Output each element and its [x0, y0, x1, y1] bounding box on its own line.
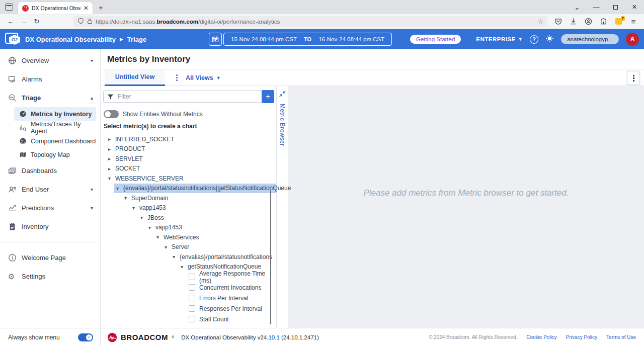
tree-row[interactable]: ▾{envalias}/portal/statusnotifications|g…: [103, 184, 276, 194]
sidebar-item-topology-map[interactable]: Topology Map: [14, 148, 96, 161]
metric-checkbox[interactable]: [189, 295, 195, 301]
metric-checkbox[interactable]: [189, 284, 195, 291]
sidebar-item-overview[interactable]: Overview▾: [0, 51, 100, 70]
url-bar[interactable]: https://doi.dxi-na1.saas.broadcom.com/di…: [73, 16, 547, 27]
expand-arrow-icon[interactable]: ▸: [108, 146, 115, 152]
forward-button[interactable]: →: [17, 18, 30, 25]
menu-hamburger-icon[interactable]: ≡: [627, 16, 640, 28]
show-entities-toggle[interactable]: [104, 110, 119, 118]
expand-arrow-icon[interactable]: ▸: [108, 166, 115, 171]
metric-row[interactable]: Stall Count: [103, 314, 276, 324]
privacy-policy-link[interactable]: Privacy Policy: [566, 334, 597, 340]
tree-row[interactable]: ▾WebServices: [103, 232, 276, 242]
cookie-policy-link[interactable]: Cookie Policy: [526, 334, 557, 340]
page-options-kebab-button[interactable]: [627, 71, 640, 85]
collapse-arrow-icon[interactable]: ▾: [148, 225, 155, 230]
sidebar-item-component-dashboard[interactable]: Component Dashboard: [14, 134, 96, 148]
lock-icon[interactable]: [87, 17, 93, 26]
pocket-icon[interactable]: [551, 16, 565, 28]
tree-scrollbar[interactable]: [270, 190, 271, 324]
calendar-button[interactable]: [209, 33, 222, 46]
filter-input[interactable]: Filter: [103, 91, 262, 103]
sidebar-item-inventory[interactable]: Inventory: [0, 217, 100, 236]
collapse-arrow-icon[interactable]: ▾: [165, 244, 172, 250]
copyright: © 2024 Broadcom. All Rights Reserved.: [429, 334, 517, 340]
collapse-arrow-icon[interactable]: ▾: [156, 234, 164, 240]
metric-row[interactable]: Concurrent Invocations: [103, 282, 276, 293]
page-title-bar: Metrics by Inventory: [101, 49, 644, 70]
always-show-menu-toggle[interactable]: ✓: [78, 333, 93, 341]
metric-browser-label[interactable]: Metric Browser: [279, 104, 286, 146]
getting-started-button[interactable]: Getting Started: [410, 35, 461, 44]
window-minimize-button[interactable]: —: [587, 4, 606, 11]
firefox-view-icon[interactable]: [5, 4, 13, 11]
sidebar-item-settings[interactable]: ⚙ Settings: [0, 267, 100, 286]
metric-checkbox[interactable]: [189, 316, 195, 322]
sidebar-item-dashboards[interactable]: Dashboards: [0, 161, 100, 180]
collapse-arrow-icon[interactable]: ▾: [173, 254, 180, 260]
sidebar-item-metrics-traces-by-agent[interactable]: Metrics/Traces By Agent: [14, 121, 96, 134]
theme-toggle-icon[interactable]: [545, 34, 554, 45]
tree-row[interactable]: ▾vapp1453: [103, 203, 276, 213]
view-options-kebab-icon[interactable]: [176, 74, 178, 81]
tenant-selector[interactable]: ENTERPRISE▼: [476, 36, 523, 42]
sidebar-item-metrics-by-inventory[interactable]: Metrics by Inventory: [14, 107, 96, 121]
downloads-icon[interactable]: [567, 16, 580, 28]
browser-tab[interactable]: DX Operational Observability ✕: [18, 2, 93, 14]
expand-arrow-icon[interactable]: ▸: [108, 156, 115, 161]
reload-button[interactable]: ↻: [30, 18, 43, 25]
tree-row[interactable]: ▾SuperDomain: [103, 193, 276, 203]
collapse-arrow-icon[interactable]: ▾: [132, 205, 139, 211]
metric-row[interactable]: Responses Per Interval: [103, 303, 276, 314]
sidebar-item-predictions[interactable]: Predictions▾: [0, 199, 100, 217]
collapse-arrow-icon[interactable]: ▾: [140, 215, 147, 220]
back-button[interactable]: ←: [4, 18, 17, 25]
tab-close-icon[interactable]: ✕: [84, 5, 89, 12]
browser-nav-bar: ← → ↻ https://doi.dxi-na1.saas.broadcom.…: [0, 14, 644, 29]
all-views-dropdown[interactable]: All Views▼: [186, 74, 221, 81]
collapse-panel-icon[interactable]: [279, 90, 286, 100]
sidebar-item-end-user[interactable]: End User▾: [0, 180, 100, 199]
app-title[interactable]: DX Operational Observability: [25, 36, 116, 43]
sidebar-item-welcome-page[interactable]: Welcome Page: [0, 248, 100, 267]
new-tab-button[interactable]: +: [99, 3, 103, 12]
tree-row[interactable]: ▾vapp1453: [103, 223, 276, 233]
help-icon[interactable]: ?: [530, 35, 538, 44]
sidebar-item-triage[interactable]: Triage▴: [0, 89, 100, 107]
tree-row[interactable]: ▸PRODUCT: [103, 144, 276, 154]
date-range-picker[interactable]: 15-Nov-24 08:44 pm CST TO 16-Nov-24 08:4…: [223, 33, 392, 46]
collapse-arrow-icon[interactable]: ▾: [108, 176, 115, 181]
account-icon[interactable]: [582, 16, 595, 28]
tab-list-chevron-icon[interactable]: ⌄: [568, 4, 587, 11]
tree-row[interactable]: ▸INFERRED_SOCKET: [103, 134, 276, 144]
window-close-button[interactable]: ×: [625, 3, 644, 12]
avatar[interactable]: A: [626, 33, 639, 46]
browser-tab-strip: DX Operational Observability ✕ + ⌄ — ×: [0, 0, 644, 14]
sidebar-item-alarms[interactable]: Alarms: [0, 70, 100, 89]
metric-checkbox[interactable]: [189, 305, 195, 312]
tree-row[interactable]: ▸SERVLET: [103, 154, 276, 164]
collapse-arrow-icon[interactable]: ▾: [116, 186, 123, 191]
collapse-arrow-icon[interactable]: ▾: [124, 195, 131, 201]
bookmark-star-icon[interactable]: ☆: [537, 18, 543, 25]
extension-icon[interactable]: [597, 16, 610, 28]
user-menu[interactable]: anatechnologyp...: [561, 34, 619, 44]
tree-row-label: INFERRED_SOCKET: [115, 136, 174, 143]
metric-checkbox[interactable]: [189, 274, 195, 280]
tree-row[interactable]: ▸SOCKET: [103, 164, 276, 174]
window-restore-button[interactable]: [606, 4, 625, 11]
tree-row-label: {envalias}/portal/statusnotifications: [180, 253, 272, 261]
tab-untitled-view[interactable]: Untitled View: [105, 70, 165, 86]
tree-row[interactable]: ▾Server: [103, 242, 276, 252]
tree-row[interactable]: ▾{envalias}/portal/statusnotifications: [103, 252, 276, 262]
notes-extension-icon[interactable]: 7: [612, 16, 625, 28]
shield-icon[interactable]: [77, 17, 84, 26]
tree-row[interactable]: ▾WEBSERVICE_SERVER: [103, 174, 276, 184]
metric-row[interactable]: Errors Per Interval: [103, 293, 276, 303]
tree-row[interactable]: ▾JBoss: [103, 213, 276, 223]
expand-arrow-icon[interactable]: ▸: [108, 136, 115, 142]
collapse-arrow-icon[interactable]: ▾: [181, 264, 188, 270]
metric-row[interactable]: Average Response Time (ms): [103, 272, 276, 282]
add-filter-button[interactable]: +: [262, 90, 274, 103]
terms-of-use-link[interactable]: Terms of Use: [606, 334, 636, 340]
